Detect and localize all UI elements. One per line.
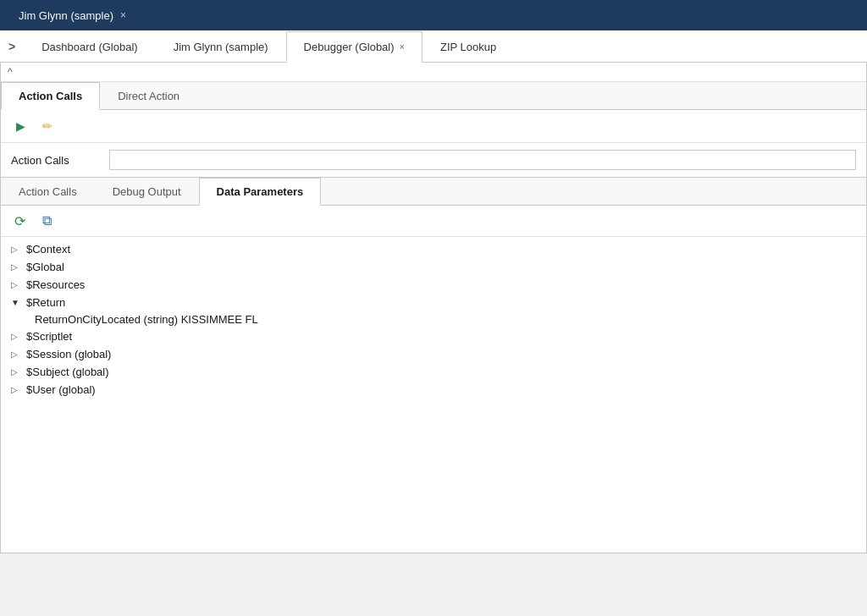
tree-arrow-user: ▷ bbox=[11, 385, 23, 394]
nav-tab-ziplookup[interactable]: ZIP Lookup bbox=[422, 30, 514, 62]
nav-chevron-icon[interactable]: > bbox=[0, 40, 24, 53]
nav-tab-dashboard-label: Dashboard (Global) bbox=[41, 41, 137, 53]
tree-item-resources-label: $Resources bbox=[26, 278, 85, 291]
nav-tab-debugger-label: Debugger (Global) bbox=[304, 41, 395, 53]
tree-arrow-global: ▷ bbox=[11, 262, 23, 272]
tree-list: ▷ $Context ▷ $Global ▷ $Resources ▼ $Ret… bbox=[1, 237, 866, 402]
action-calls-input[interactable] bbox=[109, 150, 856, 170]
bottom-tab-action-calls[interactable]: Action Calls bbox=[1, 178, 95, 205]
tree-item-subject[interactable]: ▷ $Subject (global) bbox=[1, 363, 866, 381]
tree-arrow-context: ▷ bbox=[11, 245, 23, 254]
inner-tab-direct-action[interactable]: Direct Action bbox=[100, 82, 197, 109]
nav-tabs-bar: > Dashboard (Global) Jim Glynn (sample) … bbox=[0, 30, 867, 63]
main-content: ^ Action Calls Direct Action ▶ ✏ Action … bbox=[0, 63, 867, 553]
tree-arrow-session: ▷ bbox=[11, 349, 23, 359]
tree-arrow-resources: ▷ bbox=[11, 280, 23, 289]
bottom-tab-debug-output-label: Debug Output bbox=[113, 185, 181, 198]
title-bar: Jim Glynn (sample) × bbox=[0, 0, 867, 30]
inner-tab-action-calls[interactable]: Action Calls bbox=[1, 82, 100, 110]
nav-tab-dashboard[interactable]: Dashboard (Global) bbox=[24, 30, 155, 62]
nav-tab-jimglynn-label: Jim Glynn (sample) bbox=[174, 41, 268, 53]
title-tab-label: Jim Glynn (sample) bbox=[19, 9, 113, 22]
copy-button[interactable]: ⧉ bbox=[36, 211, 57, 231]
tree-item-session-label: $Session (global) bbox=[26, 348, 111, 360]
tree-item-scriptlet[interactable]: ▷ $Scriptlet bbox=[1, 327, 866, 345]
inner-tab-direct-action-label: Direct Action bbox=[118, 90, 179, 102]
tree-item-resources[interactable]: ▷ $Resources bbox=[1, 276, 866, 294]
bottom-tab-data-parameters[interactable]: Data Parameters bbox=[199, 178, 322, 206]
tree-item-context[interactable]: ▷ $Context bbox=[1, 240, 866, 258]
tree-item-global[interactable]: ▷ $Global bbox=[1, 258, 866, 276]
tree-arrow-return: ▼ bbox=[11, 298, 23, 307]
tree-arrow-scriptlet: ▷ bbox=[11, 332, 23, 341]
tree-item-scriptlet-label: $Scriptlet bbox=[26, 330, 72, 343]
tree-arrow-subject: ▷ bbox=[11, 367, 23, 377]
title-close-icon[interactable]: × bbox=[120, 9, 126, 21]
title-tab[interactable]: Jim Glynn (sample) × bbox=[7, 4, 138, 27]
nav-tab-debugger[interactable]: Debugger (Global) × bbox=[286, 31, 422, 63]
tree-child-return-city: ReturnOnCityLocated (string) KISSIMMEE F… bbox=[1, 311, 866, 327]
tree-item-user-label: $User (global) bbox=[26, 383, 96, 396]
toolbar-row: ▶ ✏ bbox=[1, 110, 866, 143]
bottom-tab-data-parameters-label: Data Parameters bbox=[217, 185, 304, 198]
data-toolbar: ⟳ ⧉ bbox=[1, 206, 866, 237]
edit-button[interactable]: ✏ bbox=[38, 117, 57, 135]
bottom-tabs: Action Calls Debug Output Data Parameter… bbox=[1, 178, 866, 206]
tree-item-session[interactable]: ▷ $Session (global) bbox=[1, 345, 866, 363]
bottom-tab-debug-output[interactable]: Debug Output bbox=[95, 178, 199, 205]
tree-item-context-label: $Context bbox=[26, 243, 70, 256]
collapse-bar[interactable]: ^ bbox=[1, 63, 866, 82]
inner-tab-action-calls-label: Action Calls bbox=[19, 90, 82, 102]
tree-child-return-city-label: ReturnOnCityLocated (string) KISSIMMEE F… bbox=[35, 313, 258, 326]
play-button[interactable]: ▶ bbox=[11, 117, 30, 135]
inner-tabs: Action Calls Direct Action bbox=[1, 82, 866, 110]
debugger-close-icon[interactable]: × bbox=[400, 41, 405, 52]
collapse-icon: ^ bbox=[8, 66, 13, 78]
nav-tab-jimglynn[interactable]: Jim Glynn (sample) bbox=[156, 30, 286, 62]
tree-item-subject-label: $Subject (global) bbox=[26, 366, 109, 378]
tree-item-return-label: $Return bbox=[26, 296, 65, 309]
refresh-button[interactable]: ⟳ bbox=[9, 211, 30, 231]
tree-item-return[interactable]: ▼ $Return bbox=[1, 294, 866, 311]
tree-item-global-label: $Global bbox=[26, 261, 64, 273]
action-calls-label: Action Calls bbox=[11, 154, 96, 167]
bottom-tab-action-calls-label: Action Calls bbox=[19, 185, 77, 198]
action-calls-field-row: Action Calls bbox=[1, 143, 866, 178]
nav-tab-ziplookup-label: ZIP Lookup bbox=[440, 41, 496, 53]
tree-item-user[interactable]: ▷ $User (global) bbox=[1, 381, 866, 399]
